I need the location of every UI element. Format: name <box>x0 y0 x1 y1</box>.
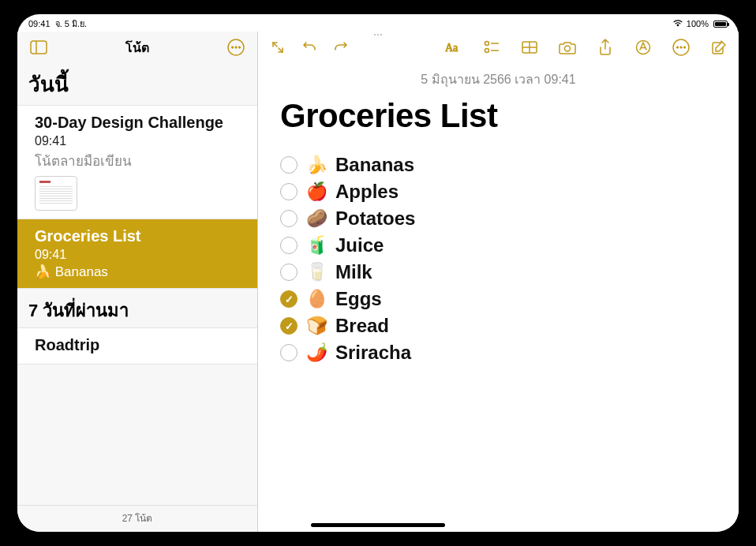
svg-point-5 <box>238 47 240 48</box>
battery-percent: 100% <box>687 19 709 28</box>
item-text: Bread <box>335 315 389 337</box>
check-circle-icon[interactable] <box>280 317 298 335</box>
svg-rect-0 <box>31 41 47 54</box>
status-bar: 09:41 จ. 5 มิ.ย. 100% <box>17 14 739 32</box>
editor-toolbar: Aa <box>258 32 739 63</box>
note-item-selected[interactable]: Groceries List 09:41 🍌 Bananas <box>17 219 257 289</box>
note-item-time: 09:41 <box>35 247 243 264</box>
item-emoji: 🍌 <box>305 155 327 175</box>
checklist-item[interactable]: 🍎Apples <box>280 181 717 203</box>
more-icon[interactable] <box>669 36 693 59</box>
undo-icon[interactable] <box>298 36 321 59</box>
checklist-item[interactable]: 🍞Bread <box>280 315 717 337</box>
svg-point-7 <box>485 42 489 46</box>
format-icon[interactable]: Aa <box>442 36 466 59</box>
svg-point-18 <box>680 47 682 48</box>
check-circle-icon[interactable] <box>280 344 298 361</box>
item-text: Eggs <box>335 288 382 310</box>
checklist-item[interactable]: 🧃Juice <box>280 234 717 256</box>
notes-count: 27 โน้ต <box>17 505 257 532</box>
item-emoji: 🥛 <box>305 262 327 282</box>
item-emoji: 🥔 <box>305 208 327 229</box>
checklist-icon[interactable] <box>480 36 503 59</box>
multitask-dots[interactable] <box>366 34 390 37</box>
item-emoji: 🧃 <box>305 235 327 256</box>
checklist-item[interactable]: 🍌Bananas <box>280 154 717 176</box>
markup-icon[interactable] <box>631 36 655 59</box>
wifi-icon <box>672 19 683 28</box>
home-indicator[interactable] <box>311 523 445 527</box>
item-text: Apples <box>335 181 399 203</box>
compose-icon[interactable] <box>707 36 731 59</box>
check-circle-icon[interactable] <box>280 237 298 254</box>
battery-icon <box>712 21 728 28</box>
svg-text:Aa: Aa <box>445 42 458 54</box>
check-circle-icon[interactable] <box>280 264 298 281</box>
note-editor: Aa <box>258 32 739 532</box>
svg-point-4 <box>235 47 237 48</box>
item-emoji: 🍞 <box>305 316 327 336</box>
sidebar-toggle-icon[interactable] <box>27 36 51 59</box>
svg-point-3 <box>231 47 233 48</box>
checklist-item[interactable]: 🌶️Sriracha <box>280 342 717 364</box>
checklist-item[interactable]: 🥔Potatoes <box>280 208 717 230</box>
item-emoji: 🌶️ <box>305 342 327 363</box>
status-date: จ. 5 มิ.ย. <box>55 19 87 28</box>
table-icon[interactable] <box>518 36 541 59</box>
item-text: Milk <box>335 261 372 283</box>
section-today: วันนี้ <box>17 62 257 105</box>
share-icon[interactable] <box>593 36 617 59</box>
note-item[interactable]: 30-Day Design Challenge 09:41 โน้ตลายมือ… <box>17 105 257 219</box>
screen: 09:41 จ. 5 มิ.ย. 100% โน้ต <box>17 14 739 532</box>
svg-point-9 <box>485 49 489 53</box>
item-emoji: 🥚 <box>305 289 327 309</box>
item-text: Juice <box>335 234 384 256</box>
note-item-sub: 🍌 Bananas <box>35 264 243 280</box>
sidebar-title: โน้ต <box>125 38 149 58</box>
svg-point-14 <box>565 46 571 51</box>
check-circle-icon[interactable] <box>280 290 298 308</box>
note-item-sub: โน้ตลายมือเขียน <box>35 150 243 171</box>
camera-icon[interactable] <box>556 36 579 59</box>
checklist: 🍌Bananas🍎Apples🥔Potatoes🧃Juice🥛Milk🥚Eggs… <box>280 154 717 364</box>
redo-icon[interactable] <box>329 36 353 59</box>
note-item-title: 30-Day Design Challenge <box>35 114 243 132</box>
note-item-time: 09:41 <box>35 133 243 150</box>
expand-icon[interactable] <box>266 36 290 59</box>
check-circle-icon[interactable] <box>280 210 298 227</box>
note-date: 5 มิถุนายน 2566 เวลา 09:41 <box>280 69 717 89</box>
check-circle-icon[interactable] <box>280 183 298 200</box>
more-options-icon[interactable] <box>224 36 248 59</box>
note-item-title: Roadtrip <box>35 336 243 354</box>
notes-list[interactable]: วันนี้ 30-Day Design Challenge 09:41 โน้… <box>17 62 257 505</box>
item-emoji: 🍎 <box>305 181 327 202</box>
section-7days: 7 วันที่ผ่านมา <box>17 289 257 327</box>
item-text: Potatoes <box>335 208 415 230</box>
note-item[interactable]: Roadtrip <box>17 327 257 365</box>
note-item-title: Groceries List <box>35 227 243 245</box>
item-text: Bananas <box>335 154 414 176</box>
checklist-item[interactable]: 🥚Eggs <box>280 288 717 310</box>
notes-sidebar: โน้ต วันนี้ 30-Day Design Challenge 09:4… <box>17 32 258 532</box>
item-text: Sriracha <box>335 342 411 364</box>
check-circle-icon[interactable] <box>280 156 298 174</box>
note-thumbnail <box>35 176 77 211</box>
note-content[interactable]: 5 มิถุนายน 2566 เวลา 09:41 Groceries Lis… <box>258 63 739 532</box>
note-title[interactable]: Groceries List <box>280 97 717 135</box>
checklist-item[interactable]: 🥛Milk <box>280 261 717 283</box>
svg-point-17 <box>676 47 678 48</box>
ipad-frame: 09:41 จ. 5 มิ.ย. 100% โน้ต <box>0 0 756 546</box>
status-time: 09:41 <box>28 19 51 28</box>
svg-point-19 <box>683 47 685 48</box>
